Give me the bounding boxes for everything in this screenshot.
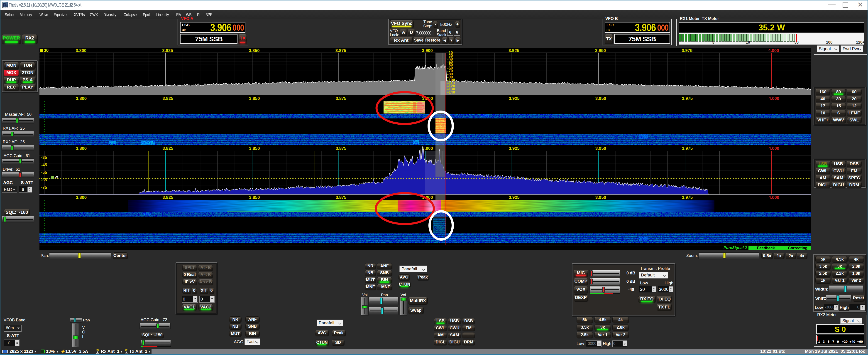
svg-text:3.975: 3.975	[682, 146, 693, 151]
svg-text:-45: -45	[41, 163, 47, 167]
svg-text:3.925: 3.925	[509, 195, 520, 200]
svg-text:-140: -140	[447, 90, 455, 94]
svg-text:3.825: 3.825	[162, 48, 173, 53]
svg-text:3.850: 3.850	[249, 48, 260, 53]
svg-text:3.825: 3.825	[162, 96, 173, 101]
svg-text:3.800: 3.800	[76, 96, 87, 101]
svg-text:3.875: 3.875	[336, 146, 347, 151]
svg-text:-55: -55	[41, 170, 47, 175]
svg-text:3.875: 3.875	[336, 195, 347, 200]
svg-text:3.925: 3.925	[509, 96, 520, 101]
svg-text:3.800: 3.800	[76, 195, 87, 200]
svg-text:3.800: 3.800	[76, 146, 87, 151]
svg-text:3.825: 3.825	[162, 195, 173, 200]
svg-text:3.875: 3.875	[336, 96, 347, 101]
svg-text:3.925: 3.925	[508, 48, 519, 53]
svg-text:4.000: 4.000	[769, 96, 779, 101]
svg-text:3.875: 3.875	[336, 48, 346, 53]
svg-text:4.000: 4.000	[768, 48, 779, 53]
svg-text:3.950: 3.950	[595, 96, 606, 101]
svg-text:3.800: 3.800	[76, 48, 87, 53]
svg-text:-75: -75	[41, 185, 47, 190]
svg-text:Feedback: Feedback	[757, 246, 775, 250]
svg-text:Correcting: Correcting	[788, 246, 807, 250]
svg-text:3.925: 3.925	[509, 146, 520, 151]
svg-text:-65: -65	[41, 178, 47, 182]
svg-text:PureSignal 2: PureSignal 2	[723, 245, 747, 250]
svg-text:3.825: 3.825	[162, 146, 173, 151]
svg-text:-35: -35	[41, 155, 47, 160]
svg-text:3.950: 3.950	[595, 146, 606, 151]
svg-text:3.975: 3.975	[682, 48, 692, 53]
svg-text:4.000: 4.000	[769, 195, 779, 200]
svg-text:3.975: 3.975	[682, 96, 693, 101]
svg-text:3.900: 3.900	[422, 48, 433, 53]
svg-text:3.850: 3.850	[249, 96, 260, 101]
svg-text:3.850: 3.850	[249, 195, 260, 200]
svg-text:30: 30	[44, 48, 49, 53]
svg-text:3.950: 3.950	[595, 48, 606, 53]
svg-text:-G: -G	[55, 175, 58, 179]
svg-text:4.000: 4.000	[769, 146, 779, 151]
svg-text:3.950: 3.950	[595, 195, 606, 200]
svg-text:3.975: 3.975	[682, 195, 693, 200]
svg-text:3.850: 3.850	[249, 146, 260, 151]
